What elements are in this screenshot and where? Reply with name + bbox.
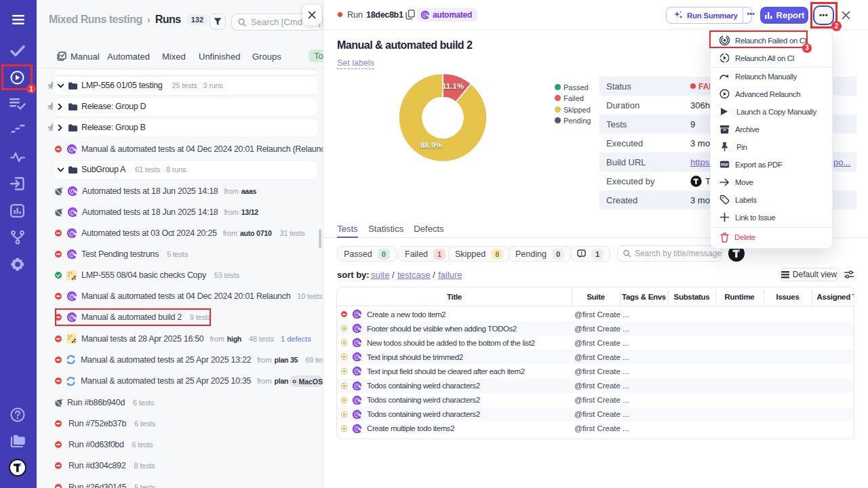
svg-text:PDF: PDF <box>721 163 729 167</box>
svg-text:88.9%: 88.9% <box>420 141 443 149</box>
svg-text:11.1%: 11.1% <box>442 82 464 90</box>
